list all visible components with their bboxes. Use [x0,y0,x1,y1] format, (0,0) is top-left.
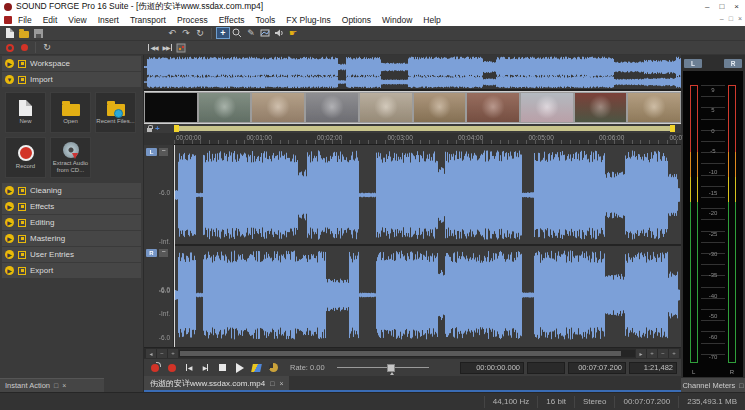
scrollbar-track[interactable] [179,350,635,357]
sidebar-section-export[interactable]: ▶ Export [2,263,141,278]
selection-start-display[interactable] [527,362,565,374]
minimize-button[interactable]: – [705,2,709,11]
record-arm-button[interactable] [148,362,161,374]
sidebar-section-editing[interactable]: ▶ Editing [2,215,141,230]
menu-item-edit[interactable]: Edit [43,15,58,25]
undo-button[interactable]: ↶ [165,27,179,39]
repeat-button[interactable]: ↻ [193,27,207,39]
scrollbar-thumb[interactable] [180,351,621,356]
zoom-out-time-button[interactable]: − [658,349,668,358]
go-to-start-button[interactable]: ◀◀ [146,42,160,54]
move-handle-icon[interactable]: + [155,125,160,133]
rate-slider-handle[interactable] [387,364,395,372]
loop-playback-button[interactable]: ↻ [40,42,54,54]
record-button[interactable] [17,42,31,54]
left-channel-button[interactable]: L [146,148,157,156]
waveform-overview[interactable] [144,55,681,91]
close-doc-icon[interactable]: × [279,380,283,387]
expand-arrow-icon[interactable]: ▶ [5,59,14,68]
right-channel-button[interactable]: R [146,249,157,257]
envelope-tool-button[interactable] [258,27,272,39]
open-button[interactable] [17,27,31,39]
zoom-in-button[interactable]: + [168,349,178,358]
cursor-position-display[interactable]: 00:00:00.000 [460,362,524,374]
event-tool-button[interactable] [272,27,286,39]
sidebar-section-workspace[interactable]: ▶ Workspace [2,56,141,71]
lock-icon[interactable] [147,128,152,132]
minimize-channel-button[interactable]: − [159,249,168,257]
zoom-selection-button[interactable]: + [669,349,679,358]
menu-item-effects[interactable]: Effects [219,15,245,25]
recent-files-button[interactable]: Recent Files... [95,92,136,133]
video-thumbnail [252,93,304,122]
horizontal-scrollbar: ◂ − + ▸ + − + [144,347,681,358]
playback-cursor[interactable] [174,145,175,347]
channel-meters-tab[interactable]: Channel Meters □ [681,378,745,392]
save-button[interactable] [31,27,45,39]
document-tab[interactable]: 伤逝的安详www.ssdax.com.mp4 □ × [144,376,289,390]
new-action-button[interactable]: New [5,92,46,133]
menu-item-window[interactable]: Window [382,15,412,25]
rate-slider[interactable] [337,363,429,373]
edit-tool-button[interactable]: + [216,27,230,39]
edit-tool-icon: + [220,29,225,38]
menu-item-view[interactable]: View [68,15,86,25]
pencil-tool-button[interactable]: ✎ [244,27,258,39]
scroll-left-button[interactable]: ◂ [146,349,156,358]
collapse-arrow-icon[interactable]: ▼ [5,75,14,84]
loop-region-bar[interactable] [174,126,675,131]
redo-button[interactable]: ↷ [179,27,193,39]
waveform-canvas-area[interactable] [174,145,681,347]
record-action-button[interactable]: Record [5,137,46,178]
mdi-close-button[interactable]: × [738,15,742,22]
close-icon[interactable]: × [62,382,66,389]
float-window-icon[interactable]: □ [739,382,743,389]
minimize-channel-button[interactable]: − [159,148,168,156]
menu-item-options[interactable]: Options [342,15,371,25]
stop-button[interactable] [216,362,229,374]
go-to-start-button[interactable]: ◀ [182,362,195,374]
go-to-end-button[interactable]: ▶ [199,362,212,374]
menu-item-file[interactable]: File [18,15,32,25]
open-action-button[interactable]: Open [50,92,91,133]
overview-waveform-canvas[interactable] [144,55,681,89]
sidebar-section-import[interactable]: ▼ Import [2,72,141,87]
zoom-out-button[interactable]: − [157,349,167,358]
menu-item-fx-plug-ins[interactable]: FX Plug-Ins [286,15,330,25]
selection-end-display[interactable]: 00:07:07.200 [568,362,626,374]
menu-item-process[interactable]: Process [177,15,208,25]
sidebar-section-effects[interactable]: ▶ Effects [2,199,141,214]
loop-playback-button[interactable] [267,362,280,374]
float-window-icon[interactable]: □ [54,382,58,389]
mdi-minimize-button[interactable]: – [720,15,724,22]
paste-special-button[interactable] [174,42,188,54]
play-as-sample-button[interactable] [250,362,263,374]
zoom-in-time-button[interactable]: + [647,349,657,358]
sidebar-section-mastering[interactable]: ▶ Mastering [2,231,141,246]
meter-right-button[interactable]: R [724,59,742,68]
touch-tool-button[interactable]: ☛ [286,27,300,39]
record-arm-button[interactable] [3,42,17,54]
new-file-button[interactable] [3,27,17,39]
menu-item-tools[interactable]: Tools [256,15,276,25]
meter-left-button[interactable]: L [684,59,702,68]
menu-item-help[interactable]: Help [423,15,440,25]
video-thumbnail-strip[interactable] [144,91,681,124]
time-ruler[interactable]: 00:00:0000:01:0000:02:0000:03:0000:04:00… [174,133,681,145]
magnify-tool-button[interactable] [230,27,244,39]
sidebar-section-cleaning[interactable]: ▶ Cleaning [2,183,141,198]
menu-item-insert[interactable]: Insert [98,15,119,25]
instant-action-tab[interactable]: Instant Action □ × [0,378,104,392]
close-button[interactable]: × [734,2,739,11]
selection-length-display[interactable]: 1:21,482 [629,362,677,374]
restore-doc-icon[interactable]: □ [270,380,274,387]
menu-item-transport[interactable]: Transport [130,15,166,25]
go-to-end-button[interactable]: ▶▶ [160,42,174,54]
extract-audio-button[interactable]: Extract Audio from CD... [50,137,91,178]
restore-button[interactable]: □ [719,2,724,11]
record-button[interactable] [165,362,178,374]
mdi-restore-button[interactable]: □ [729,15,733,22]
scroll-right-button[interactable]: ▸ [636,349,646,358]
play-button[interactable] [233,362,246,374]
sidebar-section-user-entries[interactable]: ▶ User Entries [2,247,141,262]
